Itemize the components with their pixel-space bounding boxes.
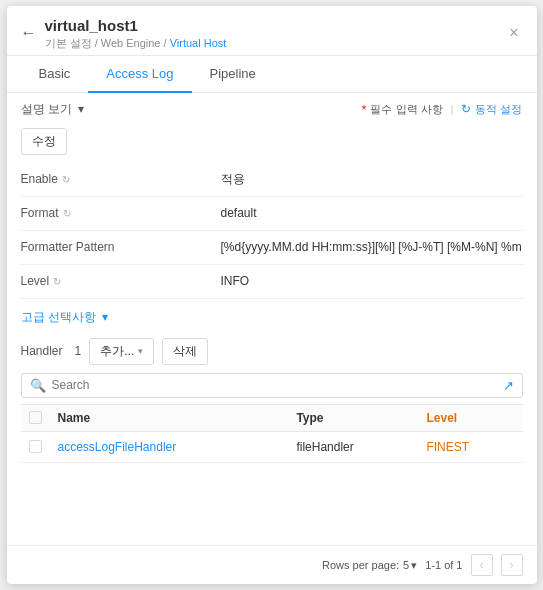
form-row-enable: Enable ↻ 적용 [21,163,523,197]
refresh-icon: ↻ [461,102,471,116]
format-value: default [221,206,523,220]
table-row: accessLogFileHandler fileHandler FINEST [21,431,523,462]
handler-label: Handler [21,344,63,358]
dynamic-settings-link[interactable]: 동적 설정 [475,102,522,117]
content-area: 수정 Enable ↻ 적용 Format ↻ default Formatte… [7,122,537,546]
external-link-icon[interactable]: ↗ [503,378,514,393]
tab-pipeline[interactable]: Pipeline [192,56,274,93]
add-dropdown-arrow: ▾ [138,346,143,356]
row-type: fileHandler [288,431,418,462]
view-settings-button[interactable]: 설명 보기 ▾ [21,101,84,118]
per-page-value: 5 [403,559,409,571]
dropdown-icon: ▾ [78,102,84,116]
breadcrumb-step1: 기본 설정 [45,37,92,49]
header-title-area: virtual_host1 기본 설정 / Web Engine / Virtu… [45,16,506,51]
modal-title: virtual_host1 [45,16,506,36]
col-header-name: Name [50,404,289,431]
refresh-icon-level[interactable]: ↻ [53,276,61,287]
col-header-type: Type [288,404,418,431]
level-value: INFO [221,274,523,288]
col-header-level: Level [418,404,522,431]
form-row-formatter-pattern: Formatter Pattern [%d{yyyy.MM.dd HH:mm:s… [21,231,523,265]
row-name[interactable]: accessLogFileHandler [50,431,289,462]
tab-bar: Basic Access Log Pipeline [7,56,537,93]
col-header-checkbox [21,404,50,431]
back-button[interactable]: ← [21,25,37,41]
form-row-format: Format ↻ default [21,197,523,231]
per-page-dropdown-icon: ▾ [411,559,417,572]
tab-basic[interactable]: Basic [21,56,89,93]
row-checkbox[interactable] [29,440,42,453]
required-text: 필수 입력 사항 [370,102,442,117]
refresh-icon-enable[interactable]: ↻ [62,174,70,185]
row-level: FINEST [418,431,522,462]
advanced-section-header[interactable]: 고급 선택사항 ▾ [21,299,523,332]
advanced-dropdown-icon: ▾ [102,310,108,324]
modal-container: ← virtual_host1 기본 설정 / Web Engine / Vir… [7,6,537,584]
breadcrumb-step3[interactable]: Virtual Host [170,37,227,49]
rows-per-page: Rows per page: 5 ▾ [322,559,417,572]
search-input[interactable] [52,378,497,392]
delete-button[interactable]: 삭제 [162,338,208,365]
add-button[interactable]: 추가... ▾ [89,338,154,365]
search-icon: 🔍 [30,378,46,393]
handler-row: Handler 1 추가... ▾ 삭제 [21,332,523,373]
handler-table: Name Type Level accessLogFileHandler fil… [21,404,523,463]
form-row-level: Level ↻ INFO [21,265,523,299]
pagination-prev-button[interactable]: ‹ [471,554,493,576]
modal-header: ← virtual_host1 기본 설정 / Web Engine / Vir… [7,6,537,56]
formatter-pattern-value: [%d{yyyy.MM.dd HH:mm:ss}][%l] [%J-%T] [%… [221,240,523,254]
search-row: 🔍 ↗ [21,373,523,398]
refresh-icon-format[interactable]: ↻ [63,208,71,219]
pagination-footer: Rows per page: 5 ▾ 1-1 of 1 ‹ › [7,545,537,584]
breadcrumb-step2: Web Engine [101,37,161,49]
toolbar: 설명 보기 ▾ * 필수 입력 사항 | ↻ 동적 설정 [7,93,537,122]
breadcrumb: 기본 설정 / Web Engine / Virtual Host [45,36,506,51]
pagination-next-button[interactable]: › [501,554,523,576]
rows-per-page-label: Rows per page: [322,559,399,571]
per-page-select[interactable]: 5 ▾ [403,559,417,572]
required-star-icon: * [361,102,366,117]
close-button[interactable]: × [505,22,522,44]
tab-access-log[interactable]: Access Log [88,56,191,93]
pagination-range: 1-1 of 1 [425,559,462,571]
edit-button[interactable]: 수정 [21,128,67,155]
select-all-checkbox[interactable] [29,411,42,424]
enable-value: 적용 [221,171,523,188]
handler-number: 1 [75,344,82,358]
